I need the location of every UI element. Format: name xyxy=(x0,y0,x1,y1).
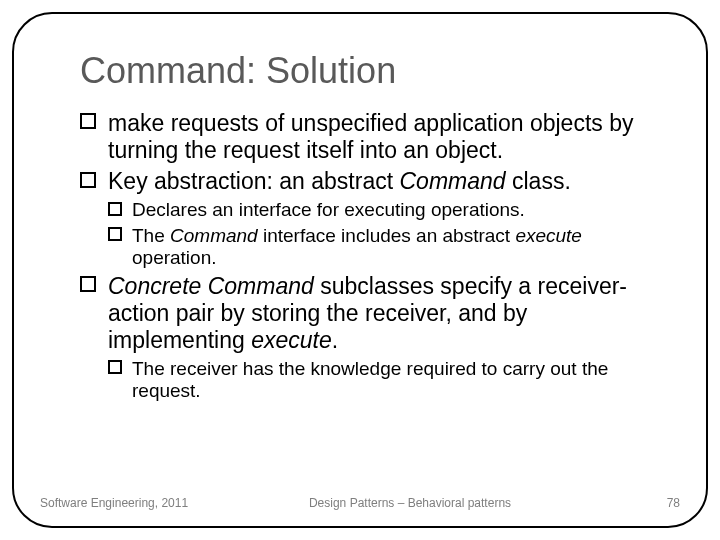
bullet-text-em2: execute xyxy=(515,225,582,246)
bullet-text-em1: Command xyxy=(170,225,258,246)
bullet-text-mid: interface includes an abstract xyxy=(258,225,516,246)
square-bullet-icon xyxy=(108,202,122,216)
subbullet-receiver-knowledge: The receiver has the knowledge required … xyxy=(80,358,670,403)
square-bullet-icon xyxy=(80,172,96,188)
bullet-text-pre: Key abstraction: an abstract xyxy=(108,168,400,194)
subbullet-declares-interface: Declares an interface for executing oper… xyxy=(80,199,670,221)
bullet-text-em1: Concrete Command xyxy=(108,273,314,299)
footer-page-number: 78 xyxy=(620,496,680,510)
footer-center: Design Patterns – Behavioral patterns xyxy=(200,496,620,510)
subbullet-command-interface: The Command interface includes an abstra… xyxy=(80,225,670,270)
slide: Command: Solution make requests of unspe… xyxy=(0,0,720,540)
footer-left: Software Engineering, 2011 xyxy=(40,496,200,510)
bullet-text-post: operation. xyxy=(132,247,217,268)
bullet-text: make requests of unspecified application… xyxy=(108,110,633,163)
bullet-text: The receiver has the knowledge required … xyxy=(132,358,608,401)
bullet-make-requests: make requests of unspecified application… xyxy=(80,110,670,164)
slide-title: Command: Solution xyxy=(80,50,670,92)
bullet-concrete-command: Concrete Command subclasses specify a re… xyxy=(80,273,670,354)
bullet-text-pre: The xyxy=(132,225,170,246)
bullet-key-abstraction: Key abstraction: an abstract Command cla… xyxy=(80,168,670,195)
bullet-text-em: Command xyxy=(400,168,506,194)
slide-content: Command: Solution make requests of unspe… xyxy=(80,50,670,406)
slide-footer: Software Engineering, 2011 Design Patter… xyxy=(40,496,680,510)
square-bullet-icon xyxy=(80,276,96,292)
square-bullet-icon xyxy=(80,113,96,129)
bullet-text-em2: execute xyxy=(251,327,332,353)
bullet-text: Declares an interface for executing oper… xyxy=(132,199,525,220)
bullet-text-post: . xyxy=(332,327,338,353)
square-bullet-icon xyxy=(108,227,122,241)
bullet-text-post: class. xyxy=(506,168,571,194)
square-bullet-icon xyxy=(108,360,122,374)
